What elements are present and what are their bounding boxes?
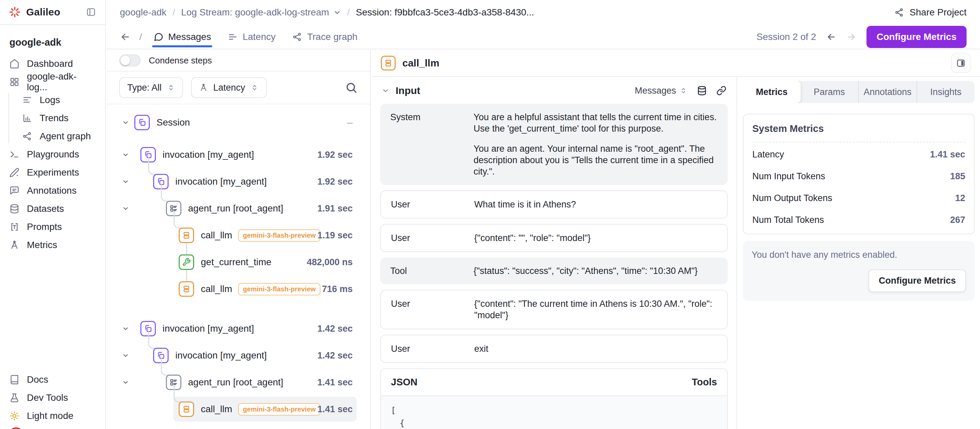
tab-trace-graph[interactable]: Trace graph: [292, 25, 357, 49]
no-metrics-card: You don't have any metrics enabled. Conf…: [743, 241, 975, 301]
tree-connector: [173, 385, 182, 402]
tree-row-time: 1.92 sec: [317, 168, 353, 195]
tree-row-invocation[interactable]: invocation [my_agent] 1.92 sec: [107, 141, 370, 168]
message-role: Tool: [390, 265, 474, 276]
share-project-button[interactable]: Share Project: [894, 7, 967, 18]
back-arrow-icon[interactable]: [120, 32, 130, 42]
text-brackets-icon: [10, 222, 19, 232]
tree-row-agent-run[interactable]: agent_run [root_agent] 1.91 sec: [107, 195, 370, 222]
tab-latency[interactable]: Latency: [228, 25, 275, 49]
sidebar-item-log-stream-group[interactable]: google-adk-log...: [0, 73, 105, 91]
sidebar-item-metrics[interactable]: Metrics: [0, 236, 105, 254]
message-card-tool: Tool {"status": "success", "city": "Athe…: [380, 257, 728, 284]
panel-right-toggle[interactable]: [951, 53, 970, 73]
graph-nodes-icon: [22, 131, 32, 141]
chevron-down-icon[interactable]: [122, 205, 129, 212]
sidebar-collapse-icon[interactable]: [86, 7, 96, 17]
session-pager: Session 2 of 2: [757, 32, 856, 42]
sidebar-item-trends[interactable]: Trends: [0, 109, 105, 127]
sidebar-item-logs[interactable]: Logs: [0, 91, 105, 109]
sidebar-item-label: Playgrounds: [27, 149, 79, 160]
tree-row-call-llm[interactable]: call_llmgemini-3-flash-preview 1.19 sec: [107, 222, 370, 249]
message-text: You are a helpful assistant that tells t…: [474, 111, 718, 177]
sidebar-item-playgrounds[interactable]: Playgrounds: [0, 145, 105, 164]
message-card-user: User exit: [380, 335, 728, 363]
tree-row-invocation[interactable]: invocation [my_agent] 1.42 sec: [107, 315, 370, 342]
sidebar-item-label: Agent graph: [40, 131, 91, 141]
tab-insights[interactable]: Insights: [916, 81, 975, 103]
chevron-down-icon[interactable]: [382, 87, 390, 95]
prev-session-arrow-icon[interactable]: [826, 32, 836, 42]
tree-row-time: 716 ms: [322, 276, 353, 302]
graph-nodes-icon: [292, 32, 302, 42]
latency-sort-dropdown[interactable]: Latency: [191, 77, 267, 98]
tab-annotations[interactable]: Annotations: [858, 81, 916, 103]
message-text: What time is it in Athens?: [474, 199, 576, 210]
messages-view-dropdown[interactable]: Messages: [635, 86, 687, 96]
next-session-arrow-icon[interactable]: [846, 32, 856, 42]
tree-row-agent-run[interactable]: agent_run [root_agent] 1.41 sec: [107, 369, 370, 396]
tree-row-invocation[interactable]: invocation [my_agent] 1.92 sec: [107, 168, 370, 195]
sidebar-item-prompts[interactable]: Prompts: [0, 218, 105, 236]
copy-link-icon[interactable]: [716, 86, 726, 96]
message-text: {"content": "The current time in Athens …: [474, 298, 717, 321]
tree-connector: [173, 211, 182, 229]
breadcrumb-log-stream[interactable]: Log Stream: google-adk-log-stream: [181, 7, 329, 18]
pen-icon: [10, 167, 19, 178]
flask-icon: [10, 393, 19, 403]
tree-row-invocation[interactable]: invocation [my_agent] 1.42 sec: [107, 342, 370, 369]
tree-row-time: 1.42 sec: [317, 315, 353, 342]
detail-title: call_llm: [402, 57, 439, 69]
message-text: exit: [474, 343, 488, 354]
breadcrumb-session: Session: f9bbfca3-5ce3-4db3-a358-8430...: [356, 7, 535, 18]
chevron-down-icon[interactable]: [122, 119, 129, 126]
sidebar-item-dashboard[interactable]: Dashboard: [0, 55, 105, 73]
chevron-down-icon[interactable]: [122, 325, 129, 332]
sidebar-item-label: Dashboard: [27, 59, 73, 69]
condense-steps-label: Condense steps: [149, 56, 212, 66]
sidebar-item-annotations[interactable]: Annotations: [0, 182, 105, 200]
trace-tree-panel: Condense steps Type: All Latency Session…: [107, 50, 371, 429]
chevron-down-icon[interactable]: [122, 151, 129, 159]
chevron-down-icon[interactable]: [122, 178, 129, 185]
sidebar-item-label: Trends: [40, 113, 68, 124]
model-badge: gemini-3-flash-preview: [238, 403, 320, 416]
chevron-down-icon[interactable]: [122, 352, 129, 359]
book-icon: [10, 375, 19, 385]
sidebar-item-experiments[interactable]: Experiments: [0, 164, 105, 182]
sidebar-item-light-mode[interactable]: Light mode: [0, 407, 105, 425]
tree-row-call-llm-selected[interactable]: call_llmgemini-3-flash-preview 1.41 sec: [107, 396, 370, 423]
chevron-down-icon[interactable]: [333, 8, 341, 16]
tab-params[interactable]: Params: [801, 81, 858, 103]
tree-row-session[interactable]: Session –: [107, 109, 370, 136]
sidebar-user-row[interactable]: user@galileo.ai: [0, 425, 105, 429]
tools-tab[interactable]: Tools: [692, 377, 717, 388]
tree-row-call-llm[interactable]: call_llmgemini-3-flash-preview 716 ms: [107, 276, 370, 302]
metric-row: Num Total Tokens 267: [752, 209, 965, 231]
condense-steps-toggle[interactable]: [119, 54, 141, 67]
sidebar-item-label: Datasets: [27, 203, 64, 214]
collapse-all-glyph[interactable]: –: [347, 109, 353, 136]
tree-row-get-current-time[interactable]: get_current_time 482,000 ns: [107, 249, 370, 276]
terminal-icon: [10, 149, 19, 159]
tab-metrics[interactable]: Metrics: [743, 81, 801, 103]
type-filter-dropdown[interactable]: Type: All: [119, 77, 183, 98]
configure-metrics-secondary-button[interactable]: Configure Metrics: [869, 270, 966, 292]
search-icon[interactable]: [345, 81, 357, 94]
tab-messages[interactable]: Messages: [153, 25, 211, 49]
raw-data-icon[interactable]: [697, 86, 707, 96]
breadcrumb-project[interactable]: google-adk: [120, 7, 167, 18]
sidebar-item-docs[interactable]: Docs: [0, 370, 105, 389]
input-heading: Input: [396, 85, 420, 96]
sidebar-item-dev-tools[interactable]: Dev Tools: [0, 389, 105, 407]
tree-connector: [186, 270, 187, 281]
sidebar-item-agent-graph[interactable]: Agent graph: [0, 127, 105, 145]
sidebar-item-label: Annotations: [27, 185, 76, 196]
sidebar-item-datasets[interactable]: Datasets: [0, 200, 105, 218]
message-role: User: [391, 343, 474, 354]
metrics-panel: Metrics Params Annotations Insights Syst…: [738, 78, 980, 429]
chevron-down-icon[interactable]: [122, 379, 129, 386]
galileo-logo-icon: [9, 6, 21, 18]
session-pager-label: Session 2 of 2: [757, 32, 816, 42]
configure-metrics-button[interactable]: Configure Metrics: [867, 26, 967, 48]
